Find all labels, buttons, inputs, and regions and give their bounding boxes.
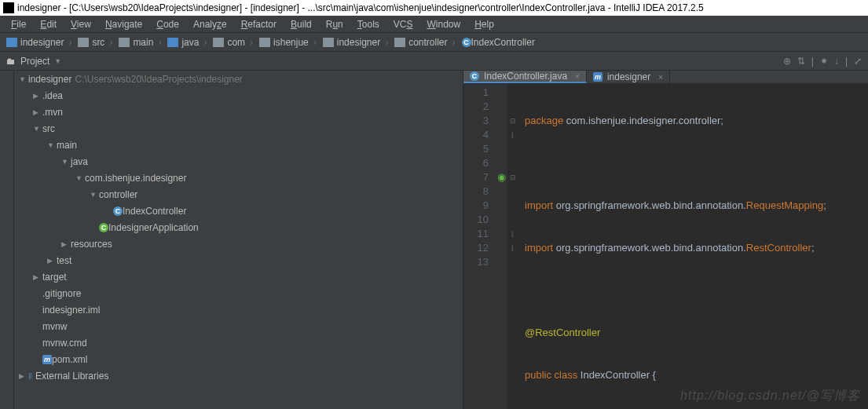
code-content[interactable]: package com.ishenjue.indesigner.controll…	[518, 84, 868, 409]
tree-arrow-icon[interactable]: ▶	[33, 108, 41, 116]
tree-item[interactable]: ▼main	[14, 137, 463, 153]
tree-item[interactable]: ▼java	[14, 153, 463, 170]
menu-file[interactable]: File	[5, 17, 32, 31]
maven-icon: m	[42, 355, 52, 364]
line-number[interactable]: 11	[463, 227, 489, 241]
tree-item[interactable]: CIndesignerApplication	[14, 219, 463, 236]
tree-arrow-icon[interactable]: ▶	[61, 240, 69, 248]
tree-item[interactable]: mvnw.cmd	[14, 334, 463, 351]
tree-label: java	[71, 156, 88, 167]
editor-area: CIndexController.java×mindesigner× 12345…	[463, 71, 868, 409]
close-icon[interactable]: ×	[658, 73, 663, 82]
project-dropdown-icon[interactable]: ▼	[54, 57, 61, 65]
tree-arrow-icon[interactable]: ▼	[19, 75, 27, 83]
code-text: ;	[811, 242, 815, 254]
tree-arrow-icon[interactable]: ▶	[47, 257, 55, 265]
menu-tools[interactable]: Tools	[351, 17, 386, 31]
gutter-annotations: ◉	[495, 84, 507, 409]
tree-item[interactable]: ▶test	[14, 252, 463, 268]
menu-refactor[interactable]: Refactor	[235, 17, 283, 31]
line-number[interactable]: 9	[463, 199, 489, 213]
fold-gutter[interactable]: ⊟⌊ ⊟⌊⌊	[507, 84, 518, 409]
tree-arrow-icon[interactable]: ▶	[19, 372, 27, 380]
line-number[interactable]: 7	[463, 170, 489, 184]
line-number[interactable]: 1	[463, 86, 489, 100]
project-tree[interactable]: ▼indesignerC:\Users\wsb20\IdeaProjects\i…	[14, 71, 463, 409]
kw: public class	[525, 369, 580, 381]
menu-edit[interactable]: Edit	[34, 17, 63, 31]
kw: package	[525, 115, 563, 126]
editor-tab[interactable]: CIndexController.java×	[463, 71, 587, 83]
tree-item[interactable]: ▶.mvn	[14, 104, 463, 120]
tree-item[interactable]: ▶resources	[14, 236, 463, 252]
breadcrumb-item[interactable]: indesigner	[5, 37, 76, 48]
tree-arrow-icon[interactable]: ▶	[33, 273, 41, 281]
tree-label: controller	[99, 189, 137, 200]
menu-view[interactable]: View	[64, 17, 97, 31]
breadcrumb-item[interactable]: src	[76, 37, 117, 48]
tree-item[interactable]: mvnw	[14, 318, 463, 334]
breadcrumb-label: java	[181, 37, 199, 48]
toolbar-icon[interactable]: ✷	[820, 56, 828, 67]
line-number[interactable]: 5	[463, 142, 489, 156]
editor-tab[interactable]: mindesigner×	[587, 71, 670, 83]
breadcrumb-item[interactable]: CIndexController	[460, 37, 544, 48]
tree-item[interactable]: ▶target	[14, 268, 463, 285]
tree-arrow-icon[interactable]: ▼	[75, 174, 83, 182]
tree-item[interactable]: ▼com.ishenjue.indesigner	[14, 170, 463, 186]
tree-arrow-icon[interactable]: ▼	[47, 141, 55, 149]
tree-item[interactable]: ▼src	[14, 120, 463, 137]
code-editor[interactable]: 12345678910111213 ◉ ⊟⌊ ⊟⌊⌊ package com.i…	[463, 84, 868, 409]
breadcrumb-item[interactable]: ishenjue	[258, 37, 321, 48]
toolbar-icon[interactable]: ↓	[834, 56, 839, 67]
menu-build[interactable]: Build	[284, 17, 318, 31]
toolbar-icon: |	[811, 56, 814, 67]
breadcrumb-item[interactable]: indesigner	[321, 37, 393, 48]
line-number[interactable]: 3	[463, 114, 489, 128]
tree-label: IndesignerApplication	[108, 222, 199, 233]
menu-code[interactable]: Code	[150, 17, 185, 31]
breadcrumb-item[interactable]: java	[166, 37, 211, 48]
line-number[interactable]: 8	[463, 184, 489, 199]
line-number[interactable]: 13	[463, 255, 489, 269]
breadcrumb-item[interactable]: controller	[393, 37, 460, 48]
menu-vcs[interactable]: VCS	[387, 17, 419, 31]
tree-item[interactable]: ▶.idea	[14, 87, 463, 104]
tree-arrow-icon[interactable]: ▼	[33, 125, 41, 133]
line-number[interactable]: 12	[463, 241, 489, 255]
tree-item[interactable]: mpom.xml	[14, 351, 463, 367]
menu-bar: File Edit View Navigate Code Analyze Ref…	[0, 16, 868, 33]
toolbar-icon[interactable]: ⤢	[854, 56, 862, 67]
tree-item[interactable]: .gitignore	[14, 285, 463, 301]
toolbar-icon[interactable]: ⇅	[797, 56, 805, 67]
tree-item[interactable]: ▼controller	[14, 186, 463, 203]
line-number[interactable]: 4	[463, 128, 489, 142]
breadcrumb-label: controller	[408, 37, 447, 48]
close-icon[interactable]: ×	[575, 72, 580, 81]
menu-run[interactable]: Run	[320, 17, 350, 31]
gutter-run-icon[interactable]: ◉	[495, 170, 507, 184]
tree-label: pom.xml	[52, 354, 87, 365]
menu-help[interactable]: Help	[468, 17, 500, 31]
tree-label: .mvn	[42, 107, 63, 118]
tree-item[interactable]: indesigner.iml	[14, 301, 463, 318]
menu-navigate[interactable]: Navigate	[99, 17, 148, 31]
menu-window[interactable]: Window	[420, 17, 467, 31]
line-number[interactable]: 10	[463, 213, 489, 227]
tree-item[interactable]: ▼indesignerC:\Users\wsb20\IdeaProjects\i…	[14, 71, 463, 87]
line-number[interactable]: 2	[463, 100, 489, 114]
menu-analyze[interactable]: Analyze	[187, 17, 233, 31]
breadcrumb-item[interactable]: main	[117, 37, 166, 48]
breadcrumb-item[interactable]: com	[211, 37, 258, 48]
tree-arrow-icon[interactable]: ▶	[33, 92, 41, 100]
folder-icon	[78, 38, 89, 47]
tree-item[interactable]: ▶⫴External Libraries	[14, 367, 463, 384]
tree-arrow-icon[interactable]: ▼	[90, 191, 97, 199]
toolbar-icon[interactable]: ⊕	[783, 56, 791, 67]
line-number[interactable]: 6	[463, 156, 489, 170]
tree-item[interactable]: CIndexController	[14, 203, 463, 219]
folder-icon	[6, 38, 17, 47]
tree-arrow-icon[interactable]: ▼	[61, 158, 69, 166]
tree-label: main	[57, 140, 77, 151]
project-label[interactable]: Project	[20, 56, 49, 67]
